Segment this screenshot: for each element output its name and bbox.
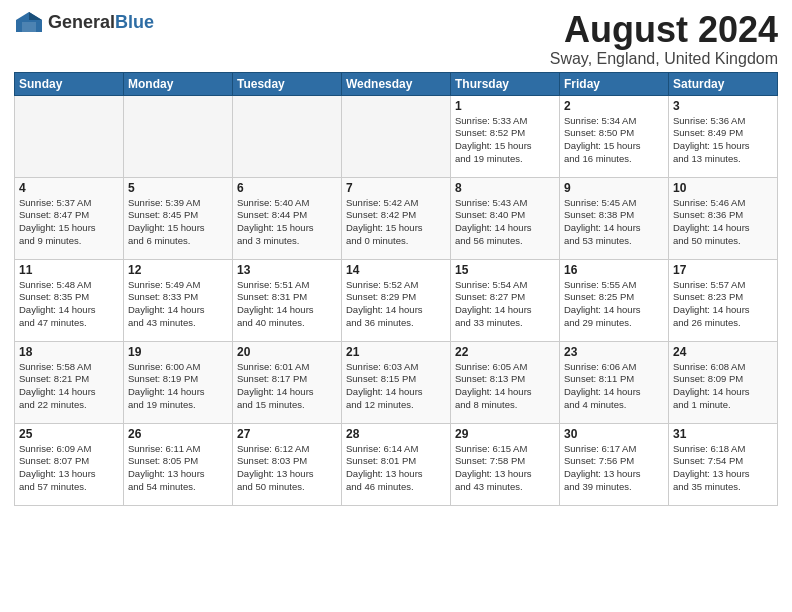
day-number: 8 bbox=[455, 181, 555, 195]
day-info: Sunrise: 5:58 AM Sunset: 8:21 PM Dayligh… bbox=[19, 361, 119, 412]
day-number: 19 bbox=[128, 345, 228, 359]
day-info: Sunrise: 5:45 AM Sunset: 8:38 PM Dayligh… bbox=[564, 197, 664, 248]
calendar-cell: 9Sunrise: 5:45 AM Sunset: 8:38 PM Daylig… bbox=[560, 177, 669, 259]
day-info: Sunrise: 5:34 AM Sunset: 8:50 PM Dayligh… bbox=[564, 115, 664, 166]
day-number: 3 bbox=[673, 99, 773, 113]
week-row-0: 1Sunrise: 5:33 AM Sunset: 8:52 PM Daylig… bbox=[15, 95, 778, 177]
day-info: Sunrise: 5:42 AM Sunset: 8:42 PM Dayligh… bbox=[346, 197, 446, 248]
day-info: Sunrise: 6:00 AM Sunset: 8:19 PM Dayligh… bbox=[128, 361, 228, 412]
calendar-cell: 18Sunrise: 5:58 AM Sunset: 8:21 PM Dayli… bbox=[15, 341, 124, 423]
day-number: 5 bbox=[128, 181, 228, 195]
calendar-cell: 23Sunrise: 6:06 AM Sunset: 8:11 PM Dayli… bbox=[560, 341, 669, 423]
day-info: Sunrise: 6:06 AM Sunset: 8:11 PM Dayligh… bbox=[564, 361, 664, 412]
logo-text: GeneralBlue bbox=[48, 12, 154, 33]
day-number: 15 bbox=[455, 263, 555, 277]
calendar-cell: 14Sunrise: 5:52 AM Sunset: 8:29 PM Dayli… bbox=[342, 259, 451, 341]
day-number: 1 bbox=[455, 99, 555, 113]
day-number: 6 bbox=[237, 181, 337, 195]
day-of-week-thursday: Thursday bbox=[451, 72, 560, 95]
day-info: Sunrise: 5:57 AM Sunset: 8:23 PM Dayligh… bbox=[673, 279, 773, 330]
calendar-cell: 4Sunrise: 5:37 AM Sunset: 8:47 PM Daylig… bbox=[15, 177, 124, 259]
day-number: 27 bbox=[237, 427, 337, 441]
week-row-1: 4Sunrise: 5:37 AM Sunset: 8:47 PM Daylig… bbox=[15, 177, 778, 259]
day-number: 30 bbox=[564, 427, 664, 441]
day-info: Sunrise: 6:12 AM Sunset: 8:03 PM Dayligh… bbox=[237, 443, 337, 494]
day-number: 12 bbox=[128, 263, 228, 277]
day-info: Sunrise: 6:11 AM Sunset: 8:05 PM Dayligh… bbox=[128, 443, 228, 494]
day-info: Sunrise: 6:09 AM Sunset: 8:07 PM Dayligh… bbox=[19, 443, 119, 494]
calendar-cell: 25Sunrise: 6:09 AM Sunset: 8:07 PM Dayli… bbox=[15, 423, 124, 505]
calendar-cell: 13Sunrise: 5:51 AM Sunset: 8:31 PM Dayli… bbox=[233, 259, 342, 341]
calendar-cell: 8Sunrise: 5:43 AM Sunset: 8:40 PM Daylig… bbox=[451, 177, 560, 259]
day-number: 23 bbox=[564, 345, 664, 359]
day-info: Sunrise: 5:55 AM Sunset: 8:25 PM Dayligh… bbox=[564, 279, 664, 330]
day-info: Sunrise: 6:15 AM Sunset: 7:58 PM Dayligh… bbox=[455, 443, 555, 494]
calendar-cell: 22Sunrise: 6:05 AM Sunset: 8:13 PM Dayli… bbox=[451, 341, 560, 423]
week-row-4: 25Sunrise: 6:09 AM Sunset: 8:07 PM Dayli… bbox=[15, 423, 778, 505]
page: GeneralBlue August 2024 Sway, England, U… bbox=[0, 0, 792, 514]
day-number: 4 bbox=[19, 181, 119, 195]
logo-blue: Blue bbox=[115, 12, 154, 32]
day-number: 16 bbox=[564, 263, 664, 277]
day-info: Sunrise: 5:49 AM Sunset: 8:33 PM Dayligh… bbox=[128, 279, 228, 330]
day-info: Sunrise: 6:14 AM Sunset: 8:01 PM Dayligh… bbox=[346, 443, 446, 494]
day-number: 10 bbox=[673, 181, 773, 195]
day-number: 29 bbox=[455, 427, 555, 441]
day-info: Sunrise: 6:05 AM Sunset: 8:13 PM Dayligh… bbox=[455, 361, 555, 412]
day-number: 25 bbox=[19, 427, 119, 441]
calendar-cell: 24Sunrise: 6:08 AM Sunset: 8:09 PM Dayli… bbox=[669, 341, 778, 423]
svg-marker-1 bbox=[29, 12, 42, 20]
calendar-cell: 19Sunrise: 6:00 AM Sunset: 8:19 PM Dayli… bbox=[124, 341, 233, 423]
day-number: 11 bbox=[19, 263, 119, 277]
day-info: Sunrise: 5:43 AM Sunset: 8:40 PM Dayligh… bbox=[455, 197, 555, 248]
calendar-cell: 30Sunrise: 6:17 AM Sunset: 7:56 PM Dayli… bbox=[560, 423, 669, 505]
calendar-cell bbox=[233, 95, 342, 177]
calendar-cell: 17Sunrise: 5:57 AM Sunset: 8:23 PM Dayli… bbox=[669, 259, 778, 341]
calendar-cell: 5Sunrise: 5:39 AM Sunset: 8:45 PM Daylig… bbox=[124, 177, 233, 259]
svg-rect-2 bbox=[22, 22, 36, 32]
day-info: Sunrise: 5:52 AM Sunset: 8:29 PM Dayligh… bbox=[346, 279, 446, 330]
day-of-week-saturday: Saturday bbox=[669, 72, 778, 95]
day-number: 24 bbox=[673, 345, 773, 359]
calendar-cell: 12Sunrise: 5:49 AM Sunset: 8:33 PM Dayli… bbox=[124, 259, 233, 341]
day-info: Sunrise: 5:54 AM Sunset: 8:27 PM Dayligh… bbox=[455, 279, 555, 330]
day-info: Sunrise: 6:08 AM Sunset: 8:09 PM Dayligh… bbox=[673, 361, 773, 412]
calendar-cell bbox=[15, 95, 124, 177]
day-number: 13 bbox=[237, 263, 337, 277]
calendar-cell: 2Sunrise: 5:34 AM Sunset: 8:50 PM Daylig… bbox=[560, 95, 669, 177]
day-info: Sunrise: 6:01 AM Sunset: 8:17 PM Dayligh… bbox=[237, 361, 337, 412]
day-of-week-sunday: Sunday bbox=[15, 72, 124, 95]
day-info: Sunrise: 5:46 AM Sunset: 8:36 PM Dayligh… bbox=[673, 197, 773, 248]
calendar-cell: 6Sunrise: 5:40 AM Sunset: 8:44 PM Daylig… bbox=[233, 177, 342, 259]
calendar-cell: 29Sunrise: 6:15 AM Sunset: 7:58 PM Dayli… bbox=[451, 423, 560, 505]
day-info: Sunrise: 6:03 AM Sunset: 8:15 PM Dayligh… bbox=[346, 361, 446, 412]
header: GeneralBlue August 2024 Sway, England, U… bbox=[14, 10, 778, 68]
day-info: Sunrise: 5:33 AM Sunset: 8:52 PM Dayligh… bbox=[455, 115, 555, 166]
calendar-cell: 26Sunrise: 6:11 AM Sunset: 8:05 PM Dayli… bbox=[124, 423, 233, 505]
day-number: 2 bbox=[564, 99, 664, 113]
logo-icon bbox=[14, 10, 44, 34]
calendar-cell: 11Sunrise: 5:48 AM Sunset: 8:35 PM Dayli… bbox=[15, 259, 124, 341]
calendar-cell bbox=[342, 95, 451, 177]
day-number: 26 bbox=[128, 427, 228, 441]
calendar-cell: 3Sunrise: 5:36 AM Sunset: 8:49 PM Daylig… bbox=[669, 95, 778, 177]
day-number: 7 bbox=[346, 181, 446, 195]
day-info: Sunrise: 5:36 AM Sunset: 8:49 PM Dayligh… bbox=[673, 115, 773, 166]
day-number: 18 bbox=[19, 345, 119, 359]
week-row-2: 11Sunrise: 5:48 AM Sunset: 8:35 PM Dayli… bbox=[15, 259, 778, 341]
day-number: 14 bbox=[346, 263, 446, 277]
calendar-cell: 1Sunrise: 5:33 AM Sunset: 8:52 PM Daylig… bbox=[451, 95, 560, 177]
calendar-cell: 7Sunrise: 5:42 AM Sunset: 8:42 PM Daylig… bbox=[342, 177, 451, 259]
logo: GeneralBlue bbox=[14, 10, 154, 34]
day-of-week-wednesday: Wednesday bbox=[342, 72, 451, 95]
logo-general: General bbox=[48, 12, 115, 32]
calendar-cell: 31Sunrise: 6:18 AM Sunset: 7:54 PM Dayli… bbox=[669, 423, 778, 505]
day-info: Sunrise: 5:51 AM Sunset: 8:31 PM Dayligh… bbox=[237, 279, 337, 330]
day-info: Sunrise: 5:37 AM Sunset: 8:47 PM Dayligh… bbox=[19, 197, 119, 248]
calendar-cell: 16Sunrise: 5:55 AM Sunset: 8:25 PM Dayli… bbox=[560, 259, 669, 341]
day-number: 28 bbox=[346, 427, 446, 441]
day-info: Sunrise: 6:17 AM Sunset: 7:56 PM Dayligh… bbox=[564, 443, 664, 494]
day-info: Sunrise: 5:39 AM Sunset: 8:45 PM Dayligh… bbox=[128, 197, 228, 248]
calendar-cell: 20Sunrise: 6:01 AM Sunset: 8:17 PM Dayli… bbox=[233, 341, 342, 423]
title-block: August 2024 Sway, England, United Kingdo… bbox=[550, 10, 778, 68]
